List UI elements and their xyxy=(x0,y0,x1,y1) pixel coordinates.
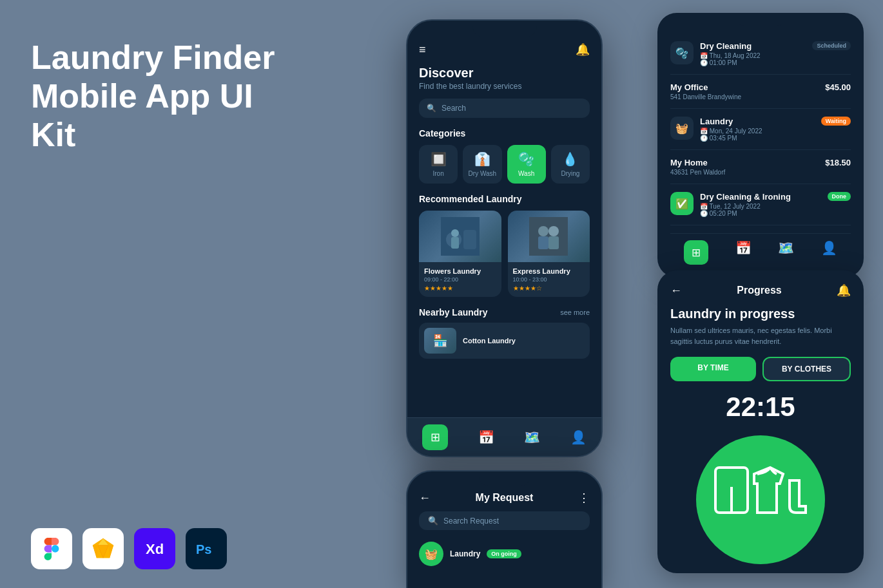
ps-icon: Ps xyxy=(186,528,227,569)
nav-map[interactable]: 🗺️ xyxy=(524,430,540,445)
sched-nav-home[interactable]: ⊞ xyxy=(684,240,708,265)
express-time: 10:00 - 23:00 xyxy=(513,276,585,283)
card-express[interactable]: Express Laundry 10:00 - 23:00 ★★★★☆ xyxy=(508,211,590,297)
sched-icon-3: ✅ xyxy=(670,192,694,215)
sched-info-2: Laundry 📅 Mon, 24 July 2022 🕐 03:45 PM xyxy=(700,117,762,142)
rec-title: Recommended Laundry xyxy=(419,194,521,204)
svg-point-11 xyxy=(451,229,459,237)
sched-icon-1: 🫧 xyxy=(670,41,694,64)
card-flowers-body: Flowers Laundry 09:00 - 22:00 ★★★★★ xyxy=(419,262,501,297)
drying-icon: 💧 xyxy=(562,151,578,167)
bp-item-badge: On going xyxy=(487,549,521,558)
progress-panel: ← Progress 🔔 Laundry in progress Nullam … xyxy=(657,270,864,573)
svg-point-14 xyxy=(538,226,548,236)
see-more[interactable]: see more xyxy=(560,308,590,316)
svg-rect-12 xyxy=(451,237,459,249)
categories-title: Categories xyxy=(419,128,590,138)
schedule-item-3: ✅ Dry Cleaning & Ironing 📅 Tue, 12 July … xyxy=(670,184,851,225)
schedule-item-office: My Office 541 Danville Brandywine $45.00 xyxy=(670,75,851,109)
bp-search-placeholder: Search Request xyxy=(443,517,499,526)
cat-wash-label: Wash xyxy=(518,170,534,177)
flowers-stars: ★★★★★ xyxy=(424,285,496,292)
flowers-time: 09:00 - 22:00 xyxy=(424,276,496,283)
schedule-item-1: 🫧 Dry Cleaning 📅 Thu, 18 Aug 2022 🕐 01:0… xyxy=(670,33,851,75)
bell-icon[interactable]: 🔔 xyxy=(576,43,590,57)
sketch-icon xyxy=(82,528,124,569)
xd-icon: Xd xyxy=(134,528,175,569)
home-location: My Home xyxy=(670,158,725,167)
card-flowers[interactable]: Flowers Laundry 09:00 - 22:00 ★★★★★ xyxy=(419,211,501,297)
sched-office-info: My Office 541 Danville Brandywine xyxy=(670,82,741,100)
discover-title: Discover xyxy=(419,66,590,81)
sched-info-1: Dry Cleaning 📅 Thu, 18 Aug 2022 🕐 01:00 … xyxy=(700,41,761,66)
bp-search-icon: 🔍 xyxy=(428,516,438,526)
categories-row: 🔲 Iron 👔 Dry Wash 🫧 Wash 💧 Drying xyxy=(419,145,590,184)
bp-item-laundry[interactable]: 🧺 Laundry On going xyxy=(407,536,601,571)
sched-row-home: My Home 43631 Pen Waldorf $18.50 xyxy=(670,158,851,176)
nav-profile[interactable]: 👤 xyxy=(570,430,587,445)
svg-rect-17 xyxy=(548,236,559,249)
laundry-cards: Flowers Laundry 09:00 - 22:00 ★★★★★ xyxy=(419,211,590,297)
sched-left-3: ✅ Dry Cleaning & Ironing 📅 Tue, 12 July … xyxy=(670,192,791,217)
cat-iron[interactable]: 🔲 Iron xyxy=(419,145,458,184)
bottom-notch xyxy=(479,471,530,486)
progress-timer: 22:15 xyxy=(670,392,851,422)
phone-notch xyxy=(472,21,537,37)
card-flowers-img xyxy=(419,211,501,262)
sched-nav-profile[interactable]: 👤 xyxy=(821,240,837,265)
office-price: $45.00 xyxy=(825,82,851,92)
search-bar[interactable]: 🔍 Search xyxy=(419,99,590,118)
wash-icon: 🫧 xyxy=(518,151,534,167)
home-price: $18.50 xyxy=(825,158,851,167)
menu-icon[interactable]: ≡ xyxy=(419,43,426,57)
bp-avatar: 🧺 xyxy=(419,542,443,566)
phone-content: ≡ 🔔 Discover Find the best laundry servi… xyxy=(407,37,601,428)
sched-name-3: Dry Cleaning & Ironing xyxy=(700,192,791,202)
card-express-body: Express Laundry 10:00 - 23:00 ★★★★☆ xyxy=(508,262,590,297)
badge-scheduled: Scheduled xyxy=(812,41,851,50)
nav-calendar[interactable]: 📅 xyxy=(478,430,494,445)
left-section: Laundry Finder Mobile App UI Kit xyxy=(31,39,302,386)
sched-time-2: 🕐 03:45 PM xyxy=(700,135,762,142)
schedule-nav: ⊞ 📅 🗺️ 👤 xyxy=(670,233,851,265)
phone-header: ≡ 🔔 xyxy=(419,43,590,57)
bottom-phone: ← My Request ⋮ 🔍 Search Request 🧺 Laundr… xyxy=(406,470,603,588)
toggle-by-time[interactable]: BY TIME xyxy=(670,357,756,381)
bp-back[interactable]: ← xyxy=(419,491,431,505)
nav-home[interactable]: ⊞ xyxy=(422,424,448,450)
main-phone: ≡ 🔔 Discover Find the best laundry servi… xyxy=(406,19,603,457)
cat-drying[interactable]: 💧 Drying xyxy=(551,145,590,184)
sched-row-office: My Office 541 Danville Brandywine $45.00 xyxy=(670,82,851,100)
sched-icon-2: 🧺 xyxy=(670,117,694,140)
cat-drywash[interactable]: 👔 Dry Wash xyxy=(463,145,501,184)
sched-left-2: 🧺 Laundry 📅 Mon, 24 July 2022 🕐 03:45 PM xyxy=(670,117,762,142)
progress-bell[interactable]: 🔔 xyxy=(837,283,851,298)
sched-home-info: My Home 43631 Pen Waldorf xyxy=(670,158,725,176)
express-stars: ★★★★☆ xyxy=(513,285,585,292)
progress-back[interactable]: ← xyxy=(670,284,682,298)
sched-nav-calendar[interactable]: 📅 xyxy=(735,240,752,265)
progress-circle xyxy=(696,435,825,564)
nearby-header: Nearby Laundry see more xyxy=(419,307,590,318)
svg-point-15 xyxy=(548,226,559,236)
toggle-by-clothes[interactable]: BY CLOTHES xyxy=(762,357,851,381)
nearby-item-cotton[interactable]: 🏪 Cotton Laundry xyxy=(419,323,590,359)
bp-search[interactable]: 🔍 Search Request xyxy=(419,511,590,530)
bp-menu[interactable]: ⋮ xyxy=(578,491,590,505)
progress-main-title: Laundry in progress xyxy=(670,307,851,321)
sched-row-2: 🧺 Laundry 📅 Mon, 24 July 2022 🕐 03:45 PM… xyxy=(670,117,851,142)
rec-header: Recommended Laundry xyxy=(419,194,590,204)
cat-wash[interactable]: 🫧 Wash xyxy=(507,145,546,184)
drywash-icon: 👔 xyxy=(474,151,490,167)
bp-item-info: Laundry xyxy=(450,549,480,558)
sched-row-1: 🫧 Dry Cleaning 📅 Thu, 18 Aug 2022 🕐 01:0… xyxy=(670,41,851,66)
cat-drying-label: Drying xyxy=(561,170,579,177)
svg-text:Ps: Ps xyxy=(196,542,211,556)
sched-nav-map[interactable]: 🗺️ xyxy=(778,240,794,265)
discover-subtitle: Find the best laundry services xyxy=(419,82,590,91)
sched-name-1: Dry Cleaning xyxy=(700,41,761,51)
express-name: Express Laundry xyxy=(513,267,585,275)
sched-date-1: 📅 Thu, 18 Aug 2022 xyxy=(700,52,761,59)
toggle-row: BY TIME BY CLOTHES xyxy=(670,357,851,381)
flowers-name: Flowers Laundry xyxy=(424,267,496,275)
